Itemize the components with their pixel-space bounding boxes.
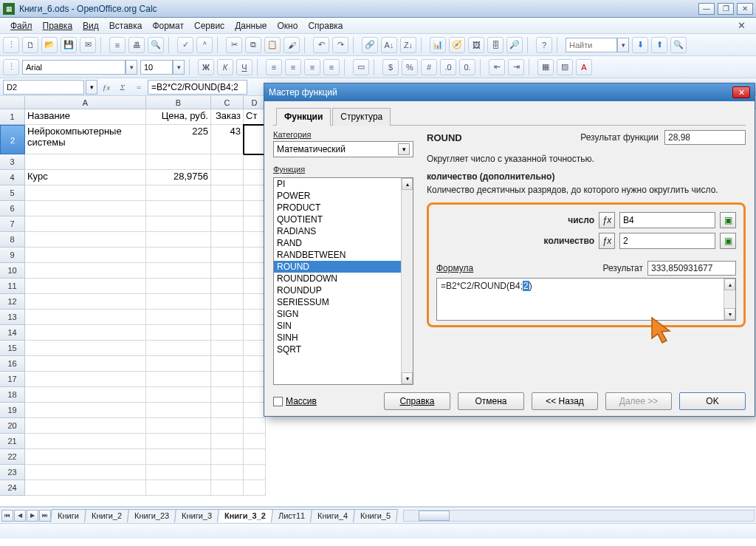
cell[interactable] xyxy=(211,248,244,263)
cell[interactable] xyxy=(244,279,266,294)
row-header[interactable]: 10 xyxy=(0,263,25,279)
standard-format-icon[interactable]: # xyxy=(421,59,437,75)
sheet-tab[interactable]: Книги_4 xyxy=(310,509,355,522)
sort-asc-icon[interactable]: A↓ xyxy=(381,37,397,53)
menu-format[interactable]: Формат xyxy=(148,19,188,33)
cell[interactable] xyxy=(25,248,146,263)
textarea-scrollbar[interactable]: ▴ ▾ xyxy=(724,279,735,320)
sheet-tab[interactable]: Книги_23 xyxy=(127,509,176,522)
scroll-up-icon[interactable]: ▴ xyxy=(724,279,735,290)
menu-view[interactable]: Вид xyxy=(78,19,103,33)
font-name-combo[interactable]: ▾ xyxy=(22,60,137,75)
cell[interactable] xyxy=(146,310,211,325)
row-header[interactable]: 18 xyxy=(0,387,25,403)
merge-icon[interactable]: ▭ xyxy=(353,59,369,75)
row-header[interactable]: 17 xyxy=(0,372,25,387)
cut-icon[interactable]: ✂ xyxy=(226,37,242,53)
cell[interactable] xyxy=(211,387,244,403)
cell[interactable] xyxy=(25,356,146,372)
back-button[interactable]: << Назад xyxy=(532,392,598,410)
list-item[interactable]: SIN xyxy=(274,320,413,332)
cell[interactable]: Цена, руб. xyxy=(146,109,211,125)
cell[interactable] xyxy=(211,201,244,216)
menu-file[interactable]: Файл xyxy=(6,19,37,33)
cell[interactable] xyxy=(25,154,146,170)
font-name-input[interactable] xyxy=(22,60,126,75)
cell[interactable] xyxy=(25,465,146,480)
align-justify-icon[interactable]: ≡ xyxy=(323,59,340,75)
cell[interactable] xyxy=(244,356,266,372)
cell[interactable] xyxy=(244,125,266,154)
spellcheck-icon[interactable]: ✓ xyxy=(177,37,193,53)
menu-data[interactable]: Данные xyxy=(230,19,271,33)
cell[interactable] xyxy=(146,434,211,449)
dialog-titlebar[interactable]: Мастер функций ✕ xyxy=(264,83,755,101)
undo-icon[interactable]: ↶ xyxy=(313,37,329,53)
cell[interactable]: 225 xyxy=(146,125,211,154)
cell[interactable] xyxy=(146,372,211,387)
cell[interactable] xyxy=(244,185,266,201)
chevron-down-icon[interactable]: ▾ xyxy=(86,80,97,95)
percent-icon[interactable]: % xyxy=(402,59,418,75)
array-checkbox[interactable]: Массив xyxy=(273,396,317,406)
find-field[interactable]: ▾ xyxy=(566,38,629,52)
cell[interactable] xyxy=(244,465,266,480)
shrink-button[interactable]: ▣ xyxy=(720,233,736,249)
inc-decimal-icon[interactable]: .0 xyxy=(440,59,456,75)
close-button[interactable]: ✕ xyxy=(737,3,753,15)
row-header[interactable]: 3 xyxy=(0,154,25,170)
prev-sheet-icon[interactable]: ◀ xyxy=(14,510,26,522)
chevron-down-icon[interactable]: ▾ xyxy=(126,60,137,75)
list-item[interactable]: PRODUCT xyxy=(274,202,413,214)
cell[interactable] xyxy=(211,310,244,325)
preview-icon[interactable]: 🔍 xyxy=(148,37,164,53)
cell[interactable] xyxy=(25,310,146,325)
column-header[interactable]: D xyxy=(244,96,266,109)
cell[interactable] xyxy=(25,372,146,387)
row-header[interactable]: 13 xyxy=(0,310,25,325)
cell[interactable] xyxy=(244,263,266,279)
find-next-icon[interactable]: ⬇ xyxy=(632,37,648,53)
row-header[interactable]: 23 xyxy=(0,465,25,480)
list-item[interactable]: ROUNDDOWN xyxy=(274,273,413,284)
cell[interactable] xyxy=(211,465,244,480)
row-header[interactable]: 1 xyxy=(0,109,25,125)
horizontal-scrollbar[interactable] xyxy=(403,510,755,522)
row-header[interactable]: 22 xyxy=(0,449,25,465)
cell[interactable] xyxy=(211,341,244,356)
shrink-button[interactable]: ▣ xyxy=(720,212,736,228)
cell[interactable] xyxy=(244,387,266,403)
list-item[interactable]: PI xyxy=(274,178,413,190)
cell[interactable]: Заказ xyxy=(211,109,244,125)
cell[interactable] xyxy=(146,480,211,496)
cell[interactable] xyxy=(244,434,266,449)
cell[interactable] xyxy=(211,154,244,170)
font-size-combo[interactable]: ▾ xyxy=(140,60,185,75)
list-item[interactable]: ROUND xyxy=(274,261,413,273)
italic-icon[interactable]: К xyxy=(217,59,233,75)
function-list[interactable]: PIPOWERPRODUCTQUOTIENTRADIANSRANDRANDBET… xyxy=(273,177,413,385)
cell[interactable] xyxy=(211,232,244,248)
cell[interactable] xyxy=(25,216,146,232)
column-header[interactable]: B xyxy=(146,96,211,109)
cell[interactable] xyxy=(211,449,244,465)
dialog-close-button[interactable]: ✕ xyxy=(732,86,750,98)
row-header[interactable]: 19 xyxy=(0,403,25,418)
cell[interactable] xyxy=(244,201,266,216)
new-icon[interactable]: 🗋 xyxy=(22,37,38,53)
first-sheet-icon[interactable]: ⏮ xyxy=(1,510,13,522)
cell[interactable] xyxy=(211,294,244,310)
fx-icon[interactable]: ƒx xyxy=(99,80,114,95)
dec-indent-icon[interactable]: ⇤ xyxy=(489,59,505,75)
email-icon[interactable]: ✉ xyxy=(80,37,96,53)
tab-functions[interactable]: Функции xyxy=(276,108,331,126)
autocheck-icon[interactable]: ᴬ xyxy=(196,37,213,53)
list-item[interactable]: RAND xyxy=(274,237,413,249)
scroll-down-icon[interactable]: ▾ xyxy=(724,308,735,320)
cell[interactable] xyxy=(244,449,266,465)
cancel-button[interactable]: Отмена xyxy=(458,392,524,410)
cell[interactable] xyxy=(146,403,211,418)
list-item[interactable]: ROUNDUP xyxy=(274,284,413,296)
cell[interactable] xyxy=(146,232,211,248)
find-input[interactable] xyxy=(566,38,617,52)
